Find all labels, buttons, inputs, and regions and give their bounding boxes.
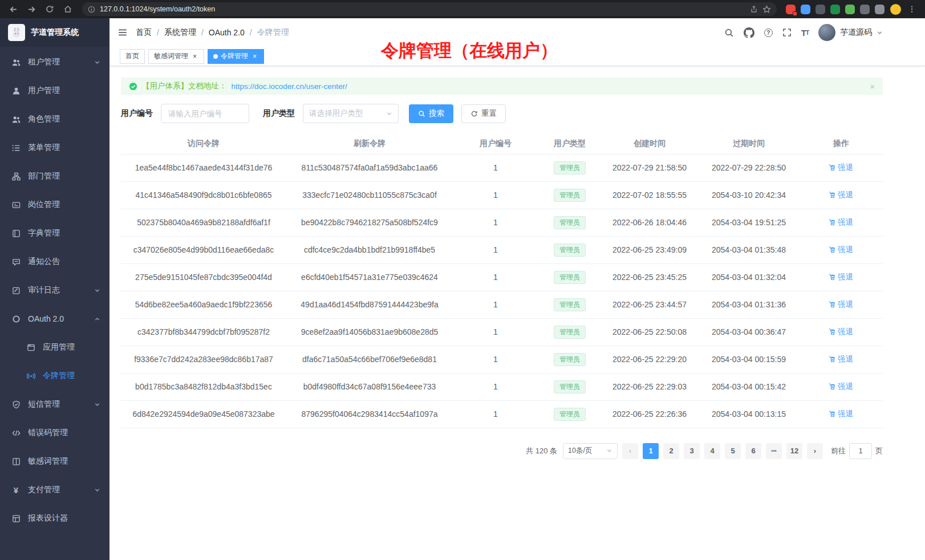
refresh-token-cell: dfa6c71a50a54c66bef706ef9e6e8d81: [286, 346, 453, 373]
breadcrumb-item[interactable]: 系统管理: [164, 27, 196, 38]
force-logout-button[interactable]: 强退: [829, 327, 853, 337]
sidebar-item-post[interactable]: 岗位管理: [0, 190, 109, 219]
back-icon[interactable]: [6, 2, 21, 17]
extension-green[interactable]: [845, 5, 855, 14]
force-logout-button[interactable]: 强退: [829, 299, 853, 310]
sidebar-item-oauth2[interactable]: OAuth 2.0: [0, 305, 109, 333]
page-button-6[interactable]: 6: [745, 443, 761, 459]
trash-icon: [829, 328, 836, 335]
page-button-1[interactable]: 1: [643, 443, 659, 459]
force-logout-button[interactable]: 强退: [829, 354, 853, 364]
force-logout-button[interactable]: 强退: [829, 382, 853, 392]
address-bar[interactable]: 127.0.0.1:1024/system/oauth2/token: [82, 2, 777, 16]
annotation-text: 令牌管理（在线用户）: [381, 39, 558, 63]
sidebar-item-label: 敏感词管理: [28, 456, 68, 466]
search-icon[interactable]: [724, 28, 734, 38]
force-logout-button[interactable]: 强退: [829, 217, 853, 228]
sidebar-item-tenant[interactable]: 租户管理: [0, 48, 109, 76]
page-button-4[interactable]: 4: [704, 443, 720, 459]
breadcrumb-separator: /: [250, 28, 252, 37]
browser-menu-icon[interactable]: [904, 2, 919, 17]
column-header: 访问令牌: [121, 133, 286, 154]
alert-doc-link[interactable]: https://doc.iocoder.cn/user-center/: [232, 82, 347, 91]
share-icon[interactable]: [750, 5, 758, 13]
extension-dark[interactable]: [816, 5, 825, 14]
extension-red[interactable]: [786, 5, 796, 14]
reload-icon[interactable]: [42, 2, 57, 17]
reset-button[interactable]: 重置: [461, 104, 506, 123]
breadcrumb-item[interactable]: 首页: [136, 27, 152, 38]
page-size-select[interactable]: 10条/页: [563, 443, 618, 459]
alert-close-icon[interactable]: ×: [870, 82, 875, 91]
sidebar-item-report[interactable]: 报表设计器: [0, 504, 109, 533]
page-button-3[interactable]: 3: [684, 443, 700, 459]
sidebar-item-label: 短信管理: [28, 399, 60, 409]
help-icon[interactable]: ?: [764, 29, 773, 37]
search-button[interactable]: 搜索: [409, 104, 453, 123]
tab-首页[interactable]: 首页: [120, 49, 145, 64]
close-icon[interactable]: ×: [251, 52, 258, 60]
user-id-input[interactable]: [161, 104, 249, 123]
page-ellipsis-button[interactable]: •••: [766, 443, 782, 459]
forward-icon[interactable]: [24, 2, 39, 17]
sidebar-item-dept[interactable]: 部门管理: [0, 162, 109, 190]
force-logout-button[interactable]: 强退: [829, 272, 853, 282]
page-button-2[interactable]: 2: [663, 443, 679, 459]
page-buttons: 123456•••12: [643, 443, 802, 459]
github-icon[interactable]: [744, 27, 754, 38]
breadcrumb-item[interactable]: OAuth 2.0: [209, 28, 245, 37]
next-page-button[interactable]: ›: [807, 443, 823, 459]
refresh-token-cell: be90422b8c7946218275a508bf524fc9: [286, 209, 453, 236]
sidebar-item-sensitive[interactable]: 敏感词管理: [0, 447, 109, 476]
chat-icon: [11, 258, 21, 266]
bookmark-star-icon[interactable]: [762, 5, 771, 14]
table-row: c342377bf8b344799dcbf7bf095287f29ce8ef2a…: [121, 318, 883, 346]
tab-令牌管理[interactable]: 令牌管理×: [208, 49, 264, 64]
sidebar-item-menu[interactable]: 菜单管理: [0, 133, 109, 162]
fullscreen-icon[interactable]: [782, 28, 792, 37]
sidebar-item-notice[interactable]: 通知公告: [0, 247, 109, 276]
sidebar-item-oauth2-app[interactable]: 应用管理: [0, 333, 109, 362]
info-alert: 【用户体系】文档地址： https://doc.iocoder.cn/user-…: [121, 78, 883, 95]
browser-toolbar: 127.0.0.1:1024/system/oauth2/token: [0, 0, 925, 18]
force-logout-button[interactable]: 强退: [829, 409, 853, 419]
sidebar-item-dict[interactable]: 字典管理: [0, 219, 109, 247]
extension-blue[interactable]: [801, 5, 810, 14]
browser-profile-avatar[interactable]: [890, 4, 901, 15]
close-icon[interactable]: ×: [191, 52, 198, 60]
user-type-select[interactable]: 请选择用户类型: [303, 104, 399, 123]
page-button-12[interactable]: 12: [786, 443, 802, 459]
extension-slate[interactable]: [875, 5, 885, 14]
app-logo[interactable]: 芋道管理系统: [0, 18, 109, 47]
user-menu[interactable]: 芋道源码: [818, 24, 883, 41]
extension-gray[interactable]: [860, 5, 870, 14]
sidebar-item-oauth2-token[interactable]: 令牌管理: [0, 362, 109, 390]
extension-green-dark[interactable]: [830, 5, 840, 14]
sidebar-item-user[interactable]: 用户管理: [0, 76, 109, 105]
site-info-icon[interactable]: [88, 6, 95, 13]
created-time-cell: 2022-06-25 22:26:36: [601, 400, 698, 428]
sidebar-item-label: 通知公告: [28, 257, 60, 267]
action-cell: 强退: [800, 154, 883, 181]
created-time-cell: 2022-06-25 22:29:20: [601, 346, 698, 373]
trash-icon: [829, 246, 836, 253]
hamburger-icon[interactable]: [117, 27, 128, 38]
columns-icon: [11, 457, 21, 466]
sidebar-item-audit[interactable]: 审计日志: [0, 276, 109, 305]
sidebar-item-sms[interactable]: 短信管理: [0, 390, 109, 419]
force-logout-button[interactable]: 强退: [829, 245, 853, 255]
goto-page-input[interactable]: [849, 443, 872, 459]
sidebar-item-pay[interactable]: ¥支付管理: [0, 476, 109, 504]
sidebar-item-label: 租户管理: [28, 57, 60, 67]
home-icon[interactable]: [60, 2, 75, 17]
force-logout-button[interactable]: 强退: [829, 163, 853, 173]
tab-敏感词管理[interactable]: 敏感词管理×: [148, 49, 204, 64]
sidebar-item-errcode[interactable]: 错误码管理: [0, 419, 109, 447]
page-button-5[interactable]: 5: [725, 443, 741, 459]
force-logout-button[interactable]: 强退: [829, 190, 853, 200]
sidebar-item-role[interactable]: 角色管理: [0, 105, 109, 133]
refresh-token-cell: cdfc4ce9c2da4bb1bdf21b9918ff4be5: [286, 236, 453, 263]
font-size-icon[interactable]: TT: [801, 28, 809, 38]
prev-page-button[interactable]: ‹: [622, 443, 638, 459]
column-header: 刷新令牌: [286, 133, 453, 154]
